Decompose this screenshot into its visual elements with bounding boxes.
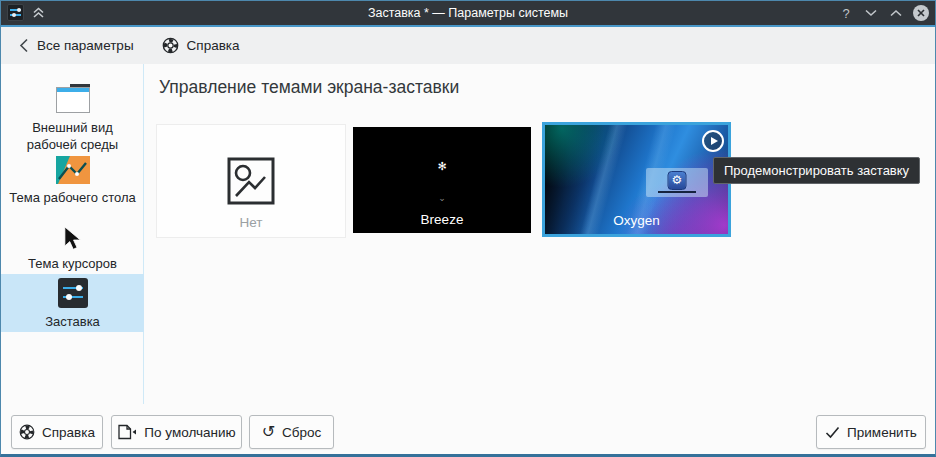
chevron-down-icon: ⌄	[353, 193, 531, 203]
test-screensaver-button[interactable]	[702, 130, 724, 152]
theme-name: Breeze	[353, 212, 531, 227]
window-help-button[interactable]: ?	[838, 5, 854, 21]
lock-screen-panel: ⚙	[646, 168, 708, 197]
chevron-left-icon	[19, 38, 29, 53]
toolbar-help-button[interactable]: Справка	[156, 37, 246, 54]
back-button-label: Все параметры	[37, 38, 134, 53]
minimize-button[interactable]	[863, 5, 879, 21]
sidebar-item-screen-locker[interactable]: Заставка	[1, 274, 144, 332]
help-button-label: Справка	[42, 425, 95, 440]
sidebar-item-label: Внешний вид рабочей среды	[1, 119, 144, 153]
sidebar: Внешний вид рабочей среды Тема рабочего …	[1, 64, 144, 404]
oxygen-wallpaper: ⚙ Oxygen	[545, 125, 728, 234]
defaults-button[interactable]: По умолчанию	[111, 415, 242, 449]
apply-button[interactable]: Применить	[816, 415, 926, 449]
apply-button-label: Применить	[847, 425, 917, 440]
cursor-theme-icon	[63, 227, 83, 250]
lifebuoy-help-icon	[162, 37, 179, 54]
main-content: Управление темами экрана-заставки Нет ✻ …	[145, 64, 935, 454]
back-all-settings-button[interactable]: Все параметры	[13, 38, 140, 53]
undo-icon: ↺	[262, 425, 275, 439]
page-title: Управление темами экрана-заставки	[159, 77, 459, 98]
theme-card-breeze[interactable]: ✻ ⌄ Breeze	[353, 127, 531, 233]
reset-button[interactable]: ↺ Сброс	[249, 415, 334, 449]
help-button[interactable]: Справка	[11, 415, 103, 449]
theme-name: Oxygen	[545, 213, 728, 228]
desktop-appearance-icon	[56, 84, 90, 114]
sidebar-item-label: Тема курсоров	[22, 255, 123, 272]
system-settings-window: Заставка * — Параметры системы ? Все	[0, 0, 936, 457]
breeze-clock-glyph: ✻	[353, 160, 531, 173]
play-icon	[711, 137, 718, 145]
document-revert-icon	[117, 424, 137, 440]
titlebar[interactable]: Заставка * — Параметры системы ?	[1, 1, 935, 25]
sidebar-item-workspace-appearance[interactable]: Внешний вид рабочей среды	[1, 84, 144, 158]
window-title: Заставка * — Параметры системы	[1, 1, 935, 25]
close-button[interactable]	[913, 5, 929, 21]
maximize-button[interactable]	[888, 5, 904, 21]
kde-logo-icon: ⚙	[668, 171, 687, 190]
tooltip: Продемонстрировать заставку	[713, 157, 920, 184]
sidebar-item-cursor-theme[interactable]: Тема курсоров	[1, 227, 144, 274]
desktop-theme-icon	[56, 156, 90, 184]
lock-screen-progress-bar	[658, 191, 696, 193]
toolbar-help-label: Справка	[187, 38, 240, 53]
sidebar-item-label: Тема рабочего стола	[3, 189, 141, 206]
sidebar-item-desktop-theme[interactable]: Тема рабочего стола	[1, 156, 144, 228]
theme-name: Нет	[157, 215, 345, 230]
reset-button-label: Сброс	[282, 425, 321, 440]
toolbar: Все параметры Справка	[1, 27, 935, 64]
theme-card-oxygen-selected[interactable]: ⚙ Oxygen	[542, 122, 731, 237]
defaults-button-label: По умолчанию	[144, 425, 235, 440]
checkmark-icon	[825, 426, 840, 439]
theme-card-none[interactable]: Нет	[156, 124, 346, 238]
image-placeholder-icon	[227, 157, 275, 205]
sidebar-item-label: Заставка	[39, 313, 106, 330]
lifebuoy-help-icon	[19, 424, 35, 440]
screen-locker-icon	[58, 278, 88, 308]
